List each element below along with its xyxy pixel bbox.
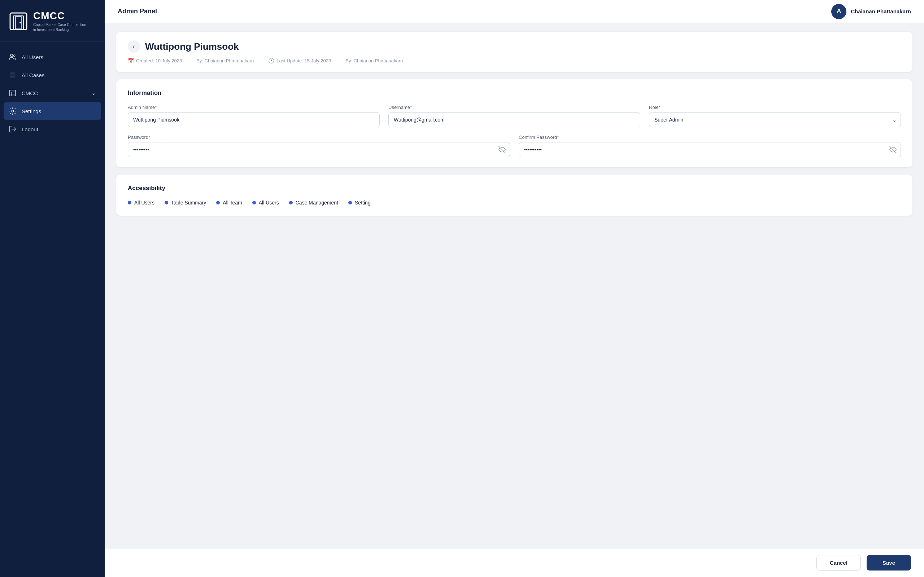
back-row: ‹ Wuttipong Piumsook: [128, 40, 901, 53]
admin-name-input[interactable]: [128, 112, 380, 127]
username-label: Username*: [388, 105, 640, 110]
svg-rect-9: [10, 90, 16, 96]
topbar-user: A Chaianan Phattanakarn: [831, 4, 911, 19]
access-dot: [252, 201, 256, 205]
list-icon: [9, 71, 16, 79]
logo-title: CMCC: [33, 10, 86, 22]
header-card: ‹ Wuttipong Piumsook 📅 Created: 10 July …: [116, 32, 913, 72]
main-content: Admin Panel A Chaianan Phattanakarn ‹ Wu…: [105, 0, 924, 577]
password-input[interactable]: [128, 142, 510, 157]
user-name: Chaianan Phattanakarn: [851, 8, 911, 15]
access-item-label: Case Management: [296, 200, 338, 206]
confirm-password-toggle-button[interactable]: [889, 146, 897, 153]
sidebar-logo: CMCC Capital Market Case Competitionin I…: [0, 0, 105, 42]
sidebar-item-logout-label: Logout: [22, 126, 38, 132]
sidebar-item-settings[interactable]: Settings: [3, 102, 101, 120]
updated-by-meta: By: Chaianan Phattanakarn: [346, 58, 403, 63]
access-dot: [165, 201, 168, 205]
list-item: All Team: [216, 200, 242, 206]
form-grid-password: Password* Confirm Pas: [128, 134, 901, 157]
access-list: All Users Table Summary All Team All Use…: [128, 200, 901, 206]
information-card: Information Admin Name* Username* Role*: [116, 79, 913, 167]
username-group: Username*: [388, 105, 640, 127]
confirm-password-group: Confirm Password*: [519, 134, 901, 157]
access-item-label: Setting: [355, 200, 371, 206]
created-meta: 📅 Created: 10 July 2023: [128, 58, 182, 63]
created-by-meta: By: Chaianan Phattanakarn: [196, 58, 254, 63]
table-icon: [9, 89, 16, 97]
save-button[interactable]: Save: [867, 555, 911, 571]
username-input[interactable]: [388, 112, 640, 127]
information-section-title: Information: [128, 89, 901, 97]
topbar-title: Admin Panel: [118, 8, 157, 15]
page-title: Wuttipong Piumsook: [145, 41, 239, 52]
list-item: Table Summary: [165, 200, 206, 206]
password-toggle-button[interactable]: [498, 146, 506, 153]
sidebar-item-all-cases[interactable]: All Cases: [0, 66, 105, 84]
cmcc-logo-icon: [9, 11, 28, 31]
svg-point-13: [11, 110, 14, 112]
access-dot: [348, 201, 352, 205]
sidebar-item-logout[interactable]: Logout: [0, 120, 105, 138]
accessibility-card: Accessibility All Users Table Summary Al…: [116, 174, 913, 216]
logo-text: CMCC Capital Market Case Competitionin I…: [33, 10, 86, 32]
updated-meta: 🕐 Last Update: 15 July 2023: [268, 58, 331, 63]
access-dot: [289, 201, 293, 205]
sidebar: CMCC Capital Market Case Competitionin I…: [0, 0, 105, 577]
access-item-label: Table Summary: [171, 200, 206, 206]
confirm-password-label: Confirm Password*: [519, 134, 901, 140]
sidebar-item-all-users-label: All Users: [22, 54, 43, 60]
avatar: A: [831, 4, 846, 19]
access-dot: [216, 201, 220, 205]
sidebar-item-settings-label: Settings: [22, 108, 41, 114]
sidebar-nav: All Users All Cases CMCC ⌄: [0, 42, 105, 577]
settings-icon: [9, 107, 16, 115]
users-icon: [9, 53, 16, 61]
form-grid-top: Admin Name* Username* Role* Super Admin …: [128, 105, 901, 127]
accessibility-section-title: Accessibility: [128, 185, 901, 192]
meta-row: 📅 Created: 10 July 2023 By: Chaianan Pha…: [128, 58, 901, 63]
eye-off-icon: [889, 146, 897, 153]
logout-icon: [9, 125, 16, 133]
logo-subtitle: Capital Market Case Competitionin Invest…: [33, 23, 86, 32]
created-label: Created: 10 July 2023: [136, 58, 182, 63]
clock-icon: 🕐: [268, 58, 274, 63]
cancel-button[interactable]: Cancel: [816, 555, 861, 571]
svg-point-4: [10, 54, 13, 56]
role-label: Role*: [649, 105, 901, 110]
eye-off-icon: [498, 146, 506, 153]
list-item: Case Management: [289, 200, 338, 206]
chevron-down-icon: ⌄: [91, 90, 96, 96]
back-button[interactable]: ‹: [128, 40, 140, 53]
action-bar: Cancel Save: [105, 548, 924, 577]
role-select[interactable]: Super Admin Admin Viewer: [649, 112, 901, 127]
list-item: All Users: [128, 200, 155, 206]
role-group: Role* Super Admin Admin Viewer ⌄: [649, 105, 901, 127]
svg-point-3: [19, 22, 21, 23]
updated-label: Last Update: 15 July 2023: [276, 58, 331, 63]
access-item-label: All Users: [259, 200, 279, 206]
role-select-wrapper: Super Admin Admin Viewer ⌄: [649, 112, 901, 127]
sidebar-item-cmcc-label: CMCC: [22, 90, 38, 96]
confirm-password-wrapper: [519, 142, 901, 157]
sidebar-item-all-cases-label: All Cases: [22, 72, 44, 78]
password-group: Password*: [128, 134, 510, 157]
topbar: Admin Panel A Chaianan Phattanakarn: [105, 0, 924, 23]
created-by-label: By: Chaianan Phattanakarn: [196, 58, 254, 63]
access-item-label: All Team: [223, 200, 242, 206]
svg-point-5: [13, 55, 15, 56]
list-item: Setting: [348, 200, 371, 206]
admin-name-group: Admin Name*: [128, 105, 380, 127]
calendar-icon: 📅: [128, 58, 134, 63]
content-area: ‹ Wuttipong Piumsook 📅 Created: 10 July …: [105, 23, 924, 548]
password-wrapper: [128, 142, 510, 157]
access-dot: [128, 201, 131, 205]
access-item-label: All Users: [134, 200, 155, 206]
updated-by-label: By: Chaianan Phattanakarn: [346, 58, 403, 63]
admin-name-label: Admin Name*: [128, 105, 380, 110]
confirm-password-input[interactable]: [519, 142, 901, 157]
sidebar-item-cmcc[interactable]: CMCC ⌄: [0, 84, 105, 102]
list-item: All Users: [252, 200, 279, 206]
password-label: Password*: [128, 134, 510, 140]
sidebar-item-all-users[interactable]: All Users: [0, 48, 105, 66]
